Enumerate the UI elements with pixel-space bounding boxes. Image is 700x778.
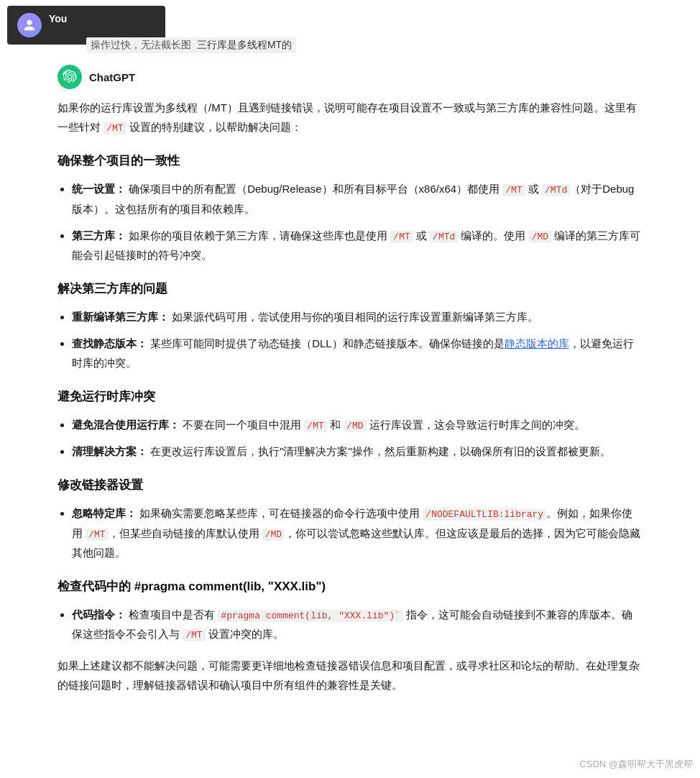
chatgpt-name-label: ChatGPT (89, 71, 135, 83)
inline-code: /MT (183, 629, 205, 641)
intro-paragraph: 如果你的运行库设置为多线程（/MT）且遇到链接错误，说明可能存在项目设置不一致或… (57, 98, 643, 137)
inline-code: #pragma comment(lib, "XXX.lib")` (218, 610, 403, 622)
bullet-label: 清理解决方案： (72, 445, 147, 457)
inline-code: /MT (390, 231, 413, 243)
list-item: 避免混合使用运行库： 不要在同一个项目中混用 /MT 和 /MD 运行库设置，这… (72, 415, 643, 434)
list-item: 查找静态版本： 某些库可能同时提供了动态链接（DLL）和静态链接版本。确保你链接… (72, 334, 643, 372)
bullet-list-5: 代码指令： 检查项目中是否有 #pragma comment(lib, "XXX… (57, 605, 643, 644)
footer-paragraph: 如果上述建议都不能解决问题，可能需要更详细地检查链接器错误信息和项目配置，或寻求… (57, 656, 643, 695)
inline-code: /MTd (430, 231, 458, 243)
list-item: 重新编译第三方库： 如果源代码可用，尝试使用与你的项目相同的运行库设置重新编译第… (72, 307, 643, 326)
link-text: 静态版本的库 (505, 337, 569, 349)
chatgpt-response-block: ChatGPT 如果你的运行库设置为多线程（/MT）且遇到链接错误，说明可能存在… (0, 50, 700, 709)
inline-code: /MD (262, 528, 285, 541)
list-item: 清理解决方案： 在更改运行库设置后，执行"清理解决方案"操作，然后重新构建，以确… (72, 441, 643, 461)
inline-code: /MT (86, 528, 108, 541)
inline-code: /MTd (542, 184, 570, 196)
inline-code: /MD (344, 420, 366, 432)
user-name-label: You (49, 13, 155, 24)
inline-code: /MT (502, 184, 525, 196)
screenshot-watermark: 操作过快，无法截长图 三行库是多线程MT的 (86, 37, 296, 53)
bullet-label: 查找静态版本： (72, 337, 147, 349)
bullet-label: 统一设置： (72, 183, 126, 195)
user-message-content: You (49, 13, 155, 27)
chatgpt-avatar (57, 65, 82, 89)
list-item: 代码指令： 检查项目中是否有 #pragma comment(lib, "XXX… (72, 605, 643, 644)
inline-code: /MD (529, 231, 551, 243)
inline-code: /MT (304, 420, 326, 432)
csdn-watermark: CSDN @森明帮大于黑虎帮 (579, 758, 693, 771)
inline-code-mt: /MT (103, 122, 126, 134)
inline-code: /NODEFAULTLIB:library (423, 508, 546, 521)
bullet-list-1: 统一设置： 确保项目中的所有配置（Debug/Release）和所有目标平台（x… (57, 179, 643, 265)
list-item: 统一设置： 确保项目中的所有配置（Debug/Release）和所有目标平台（x… (72, 179, 643, 218)
section-title-1: 确保整个项目的一致性 (57, 151, 643, 172)
bullet-label: 第三方库： (72, 229, 126, 242)
bullet-list-2: 重新编译第三方库： 如果源代码可用，尝试使用与你的项目相同的运行库设置重新编译第… (57, 307, 643, 372)
bullet-list-3: 避免混合使用运行库： 不要在同一个项目中混用 /MT 和 /MD 运行库设置，这… (57, 415, 643, 461)
bullet-label: 避免混合使用运行库： (72, 418, 180, 431)
section-title-3: 避免运行时库冲突 (57, 387, 643, 408)
section-title-2: 解决第三方库的问题 (57, 279, 643, 300)
bullet-label: 代码指令： (72, 608, 126, 621)
bullet-list-4: 忽略特定库： 如果确实需要忽略某些库，可在链接器的命令行选项中使用 /NODEF… (57, 503, 643, 562)
bullet-label: 忽略特定库： (72, 507, 137, 519)
chatgpt-header: ChatGPT (57, 65, 643, 89)
section-title-5: 检查代码中的 #pragma comment(lib, "XXX.lib") (57, 577, 643, 598)
list-item: 第三方库： 如果你的项目依赖于第三方库，请确保这些库也是使用 /MT 或 /MT… (72, 226, 643, 265)
bullet-label: 重新编译第三方库： (72, 311, 169, 323)
user-avatar (17, 13, 42, 37)
section-title-4: 修改链接器设置 (57, 475, 643, 496)
chatgpt-body: 如果你的运行库设置为多线程（/MT）且遇到链接错误，说明可能存在项目设置不一致或… (57, 98, 643, 695)
user-message-section: You 操作过快，无法截长图 三行库是多线程MT的 (0, 0, 700, 50)
list-item: 忽略特定库： 如果确实需要忽略某些库，可在链接器的命令行选项中使用 /NODEF… (72, 503, 643, 562)
